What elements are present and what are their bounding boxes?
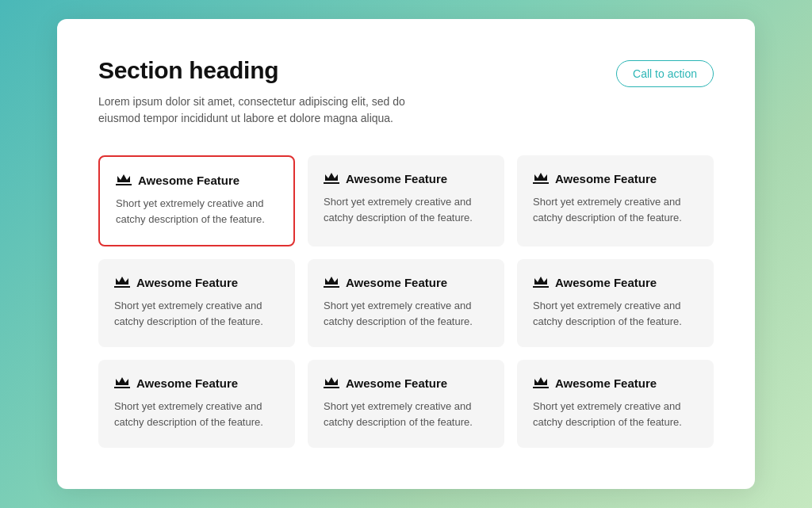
feature-card-header-4: Awesome Feature — [114, 275, 279, 290]
cta-button[interactable]: Call to action — [616, 60, 714, 87]
crown-icon-6 — [533, 275, 549, 290]
feature-description-1: Short yet extremely creative and catchy … — [116, 196, 278, 227]
feature-description-7: Short yet extremely creative and catchy … — [114, 399, 279, 430]
features-grid: Awesome Feature Short yet extremely crea… — [98, 155, 714, 449]
feature-card-3[interactable]: Awesome Feature Short yet extremely crea… — [517, 155, 714, 246]
header-text: Section heading Lorem ipsum dolor sit am… — [98, 57, 600, 127]
crown-icon-7 — [114, 376, 130, 391]
feature-card-2[interactable]: Awesome Feature Short yet extremely crea… — [308, 155, 504, 246]
feature-card-header-2: Awesome Feature — [324, 171, 488, 186]
feature-description-2: Short yet extremely creative and catchy … — [324, 194, 488, 226]
feature-title-7: Awesome Feature — [136, 376, 238, 390]
feature-title-6: Awesome Feature — [555, 276, 657, 289]
crown-icon-2 — [324, 171, 339, 186]
feature-card-8[interactable]: Awesome Feature Short yet extremely crea… — [308, 360, 504, 448]
feature-card-header-9: Awesome Feature — [533, 376, 698, 391]
feature-card-header-1: Awesome Feature — [116, 173, 278, 188]
feature-description-9: Short yet extremely creative and catchy … — [533, 399, 698, 430]
crown-icon-3 — [533, 171, 549, 186]
section-description: Lorem ipsum dolor sit amet, consectetur … — [98, 94, 447, 127]
crown-icon-5 — [324, 275, 339, 290]
feature-card-header-5: Awesome Feature — [324, 275, 488, 290]
feature-card-6[interactable]: Awesome Feature Short yet extremely crea… — [517, 259, 714, 347]
feature-description-5: Short yet extremely creative and catchy … — [324, 298, 488, 330]
feature-card-header-7: Awesome Feature — [114, 376, 279, 391]
feature-title-9: Awesome Feature — [555, 376, 657, 390]
feature-title-8: Awesome Feature — [346, 376, 447, 390]
crown-icon-4 — [114, 275, 130, 290]
feature-card-4[interactable]: Awesome Feature Short yet extremely crea… — [98, 259, 295, 347]
feature-title-5: Awesome Feature — [346, 276, 447, 289]
feature-card-7[interactable]: Awesome Feature Short yet extremely crea… — [98, 360, 295, 448]
section-header: Section heading Lorem ipsum dolor sit am… — [98, 57, 714, 127]
crown-icon-9 — [533, 376, 549, 391]
feature-description-8: Short yet extremely creative and catchy … — [324, 399, 488, 430]
crown-icon-1 — [116, 173, 132, 188]
feature-description-3: Short yet extremely creative and catchy … — [533, 194, 698, 226]
feature-card-header-6: Awesome Feature — [533, 275, 698, 290]
feature-description-6: Short yet extremely creative and catchy … — [533, 298, 698, 330]
main-card: Section heading Lorem ipsum dolor sit am… — [57, 19, 755, 490]
feature-card-1[interactable]: Awesome Feature Short yet extremely crea… — [98, 155, 295, 246]
feature-card-header-3: Awesome Feature — [533, 171, 698, 186]
feature-title-2: Awesome Feature — [346, 172, 447, 185]
feature-card-5[interactable]: Awesome Feature Short yet extremely crea… — [308, 259, 504, 347]
section-heading: Section heading — [98, 57, 600, 84]
feature-card-9[interactable]: Awesome Feature Short yet extremely crea… — [517, 360, 714, 448]
feature-title-4: Awesome Feature — [136, 276, 238, 289]
feature-card-header-8: Awesome Feature — [324, 376, 488, 391]
crown-icon-8 — [324, 376, 339, 391]
feature-title-3: Awesome Feature — [555, 172, 657, 185]
feature-title-1: Awesome Feature — [138, 174, 239, 187]
feature-description-4: Short yet extremely creative and catchy … — [114, 298, 279, 330]
